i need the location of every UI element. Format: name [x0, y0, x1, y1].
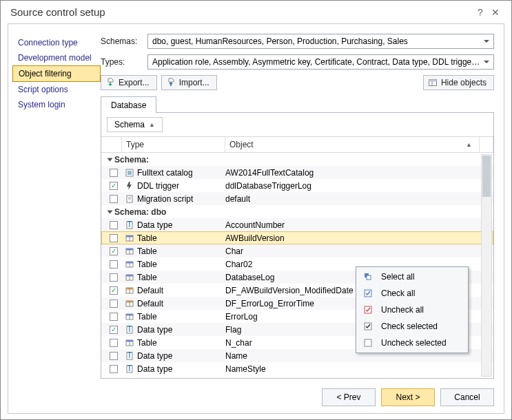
row-checkbox-cell	[105, 313, 122, 321]
row-checkbox[interactable]: ✓	[110, 286, 118, 295]
row-type: Default	[137, 299, 225, 308]
sidebar-item-development-model[interactable]: Development model	[8, 50, 101, 65]
scroll-thumb[interactable]	[482, 156, 491, 197]
dialog-title: Source control setup	[10, 6, 473, 18]
row-checkbox[interactable]	[110, 195, 118, 203]
import-button[interactable]: Import...	[161, 75, 217, 90]
row-type: Data type	[137, 220, 225, 230]
row-checkbox-cell	[105, 195, 122, 203]
row-checkbox[interactable]: ✓	[110, 326, 118, 334]
row-type: Table	[137, 260, 225, 269]
row-checkbox[interactable]	[110, 221, 118, 229]
row-object: Char	[225, 246, 493, 256]
table-row[interactable]: ✓DDL triggerddlDatabaseTriggerLog	[101, 179, 493, 192]
wizard-sidebar: Connection type Development model Object…	[8, 34, 101, 379]
row-checkbox-cell: ✓	[105, 182, 122, 190]
row-object: AWBuildVersion	[225, 233, 493, 243]
export-button[interactable]: Export...	[101, 75, 157, 90]
schema-group-header[interactable]: Schema:	[101, 153, 493, 166]
header-object[interactable]: Object ▲	[225, 137, 480, 152]
table-row[interactable]: TableAWBuildVersion	[101, 231, 493, 244]
hide-objects-button[interactable]: Hide objects	[423, 75, 494, 90]
grid-header: Type Object ▲	[101, 136, 493, 153]
row-checkbox-cell	[105, 169, 122, 177]
row-type-icon	[122, 312, 137, 322]
row-type: Default	[137, 286, 225, 295]
tab-database[interactable]: Database	[101, 96, 156, 113]
help-button[interactable]: ?	[473, 7, 488, 18]
sidebar-item-object-filtering[interactable]: Object filtering	[12, 65, 101, 82]
schemas-dropdown[interactable]: dbo, guest, HumanResources, Person, Prod…	[147, 34, 494, 49]
row-checkbox[interactable]	[110, 300, 118, 308]
group-by-row: Schema ▲	[101, 113, 493, 136]
schemas-label: Schemas:	[101, 36, 147, 46]
menu-check-selected[interactable]: Check selected	[358, 318, 467, 335]
row-type: DDL trigger	[137, 181, 225, 191]
row-object: AW2014FullTextCatalog	[225, 168, 493, 178]
row-checkbox[interactable]	[110, 260, 118, 269]
header-scroll-spacer	[480, 137, 493, 152]
sort-asc-icon: ▲	[149, 121, 155, 128]
row-type-icon	[122, 194, 137, 204]
dialog-body: Connection type Development model Object…	[8, 23, 504, 414]
table-row[interactable]: ✓TableChar	[101, 244, 493, 258]
row-type-icon	[122, 246, 137, 256]
expand-icon	[107, 158, 113, 161]
table-row[interactable]: Migration scriptdefault	[101, 192, 493, 205]
menu-uncheck-all[interactable]: Uncheck all	[358, 302, 467, 318]
types-dropdown[interactable]: Application role, Assembly, Asymmetric k…	[147, 54, 494, 70]
group-by-schema-pill[interactable]: Schema ▲	[107, 117, 163, 132]
content-area: Connection type Development model Object…	[8, 24, 504, 381]
hide-icon	[428, 78, 438, 87]
table-row[interactable]: Fulltext catalogAW2014FullTextCatalog	[101, 166, 493, 179]
prev-button[interactable]: < Prev	[322, 388, 376, 406]
row-checkbox[interactable]	[110, 365, 118, 373]
row-checkbox-cell: ✓	[105, 247, 122, 255]
types-row: Types: Application role, Assembly, Asymm…	[101, 54, 494, 70]
row-checkbox[interactable]	[110, 352, 118, 360]
row-object: AccountNumber	[225, 220, 493, 230]
expand-icon	[107, 210, 113, 213]
header-checkbox-col[interactable]	[101, 137, 122, 152]
row-checkbox[interactable]: ✓	[110, 182, 118, 190]
row-type: Table	[137, 273, 225, 282]
next-button[interactable]: Next >	[381, 388, 435, 406]
row-type: Table	[137, 312, 225, 322]
row-checkbox[interactable]	[110, 234, 118, 242]
check-all-icon	[362, 288, 374, 299]
toolbar: Export... Import... Hide objects	[101, 75, 494, 90]
row-checkbox[interactable]	[110, 313, 118, 321]
export-label: Export...	[119, 78, 150, 87]
svg-text:T: T	[127, 364, 132, 373]
row-checkbox[interactable]	[110, 273, 118, 282]
row-checkbox-cell: ✓	[105, 326, 122, 334]
row-checkbox[interactable]	[110, 169, 118, 177]
header-type[interactable]: Type	[122, 137, 225, 152]
cancel-button[interactable]: Cancel	[440, 388, 494, 406]
menu-uncheck-selected[interactable]: Uncheck selected	[358, 335, 467, 351]
row-type-icon	[122, 168, 137, 178]
sidebar-item-system-login[interactable]: System login	[8, 97, 101, 112]
table-row[interactable]: TData typeAccountNumber	[101, 218, 493, 231]
sort-asc-icon: ▲	[466, 141, 472, 148]
grid-body[interactable]: Schema:Fulltext catalogAW2014FullTextCat…	[101, 153, 493, 378]
row-type-icon: T	[122, 364, 137, 374]
svg-text:T: T	[127, 351, 132, 360]
select-all-icon	[362, 271, 374, 282]
row-checkbox-cell	[105, 273, 122, 282]
menu-select-all[interactable]: Select all	[358, 269, 467, 285]
menu-check-all[interactable]: Check all	[358, 285, 467, 302]
sidebar-item-script-options[interactable]: Script options	[8, 82, 101, 97]
row-type: Data type	[137, 364, 225, 374]
row-checkbox[interactable]: ✓	[110, 247, 118, 255]
schemas-row: Schemas: dbo, guest, HumanResources, Per…	[101, 34, 494, 49]
row-type: Migration script	[137, 194, 225, 204]
import-label: Import...	[179, 78, 209, 87]
schema-group-header[interactable]: Schema: dbo	[101, 205, 493, 218]
svg-rect-1	[429, 80, 436, 82]
row-checkbox[interactable]	[110, 339, 118, 347]
vertical-scrollbar[interactable]	[481, 154, 492, 377]
table-row[interactable]: TData typeNameStyle	[101, 362, 493, 375]
close-button[interactable]: ✕	[488, 7, 503, 18]
sidebar-item-connection-type[interactable]: Connection type	[8, 35, 101, 50]
